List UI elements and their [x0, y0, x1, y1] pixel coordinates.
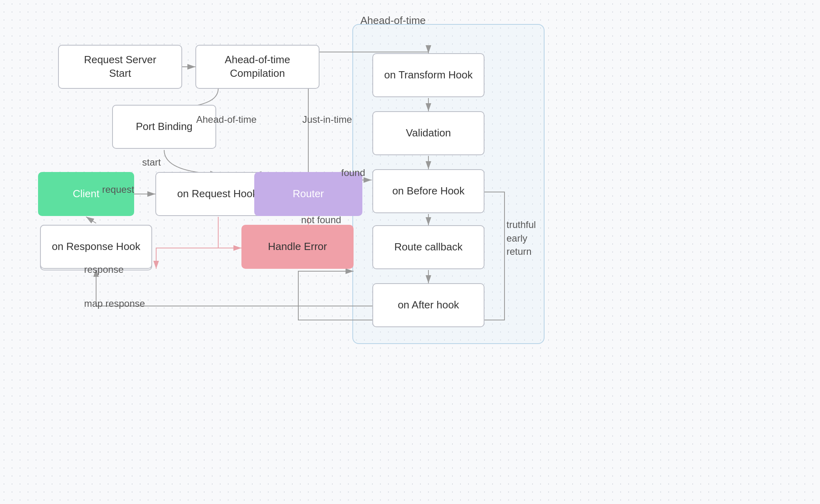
label-truthful-early-return: truthful early return	[506, 218, 536, 258]
label-just-in-time: Just-in-time	[302, 114, 352, 125]
label-map-response: map response	[84, 298, 145, 309]
label-start: start	[142, 157, 161, 168]
label-request: request	[102, 184, 134, 195]
node-router: Router	[254, 172, 362, 216]
node-on-after-hook: on After hook	[372, 283, 484, 327]
aot-title: Ahead-of-time	[360, 14, 426, 27]
node-route-callback: Route callback	[372, 225, 484, 269]
node-request-server-start: Request Server Start	[58, 45, 182, 89]
node-on-transform-hook: on Transform Hook	[372, 53, 484, 97]
node-port-binding: Port Binding	[112, 105, 216, 149]
diagram-container: Ahead-of-time	[0, 0, 820, 504]
label-not-found: not found	[301, 214, 341, 226]
label-response: response	[84, 264, 124, 275]
node-on-response-hook-2: on Response Hook	[40, 225, 152, 269]
node-validation: Validation	[372, 111, 484, 155]
node-aot-compilation: Ahead-of-timeCompilation	[195, 45, 320, 89]
label-ahead-of-time: Ahead-of-time	[196, 114, 257, 125]
svg-line-10	[86, 217, 96, 223]
label-found: found	[341, 167, 365, 178]
node-on-before-hook: on Before Hook	[372, 169, 484, 213]
node-handle-error: Handle Error	[241, 225, 354, 269]
